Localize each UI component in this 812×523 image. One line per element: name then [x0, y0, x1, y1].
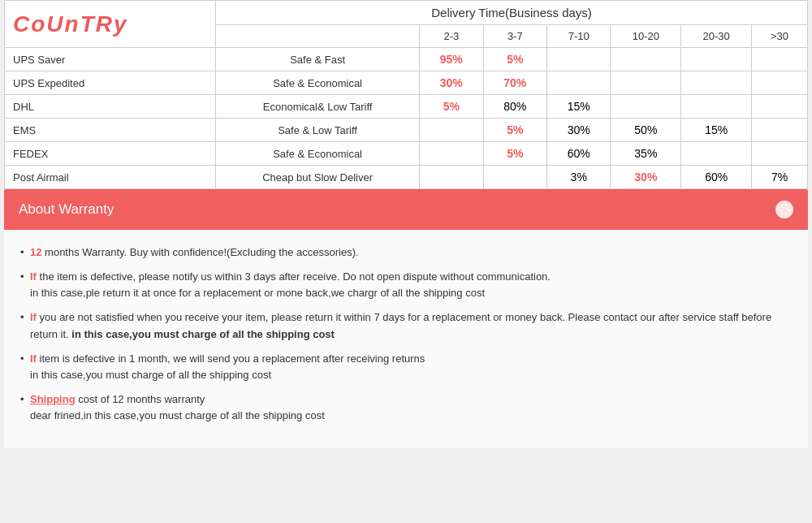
service-name: UPS Saver — [5, 48, 216, 71]
highlight-span: If — [30, 352, 37, 365]
main-container: CoUnTRy Delivery Time(Business days) 2-3… — [4, 0, 808, 448]
warranty-body: 12 months Warranty. Buy with confidence!… — [4, 230, 808, 448]
warranty-circle-icon — [775, 201, 793, 218]
cell-3: 50% — [611, 119, 681, 142]
cell-0: 95% — [420, 48, 483, 71]
highlight-span: If — [30, 270, 37, 283]
cell-4: 15% — [681, 119, 752, 142]
cell-4 — [681, 48, 752, 71]
warranty-header: About Warranty — [4, 189, 808, 230]
country-header: CoUnTRy — [5, 1, 216, 48]
cell-1: 80% — [483, 95, 546, 119]
service-name: DHL — [5, 95, 216, 119]
table-row: DHLEconomical& Low Tariff5%80%15% — [5, 95, 808, 119]
cell-0: 30% — [420, 71, 483, 95]
cell-3 — [611, 95, 681, 119]
cell-2: 3% — [547, 166, 611, 189]
bullet-text: months Warranty. Buy with confidence!(Ex… — [41, 246, 358, 258]
cell-1: 5% — [483, 119, 546, 142]
col-header->30: >30 — [752, 25, 808, 48]
warranty-bullet-3: If item is defective in 1 month, we will… — [20, 351, 792, 383]
col-header-2-3: 2-3 — [420, 25, 483, 48]
cell-2 — [547, 48, 611, 71]
bullet-text: cost of 12 months warranty — [76, 393, 205, 405]
warranty-list: 12 months Warranty. Buy with confidence!… — [20, 244, 792, 424]
warranty-bullet-2: If you are not satisfied when you receiv… — [20, 309, 792, 342]
service-description: Economical& Low Tariff — [216, 95, 420, 119]
bullet-text: item is defective in 1 month, we will se… — [37, 352, 425, 365]
warranty-bullet-0: 12 months Warranty. Buy with confidence!… — [20, 244, 792, 261]
delivery-time-header: Delivery Time(Business days) — [216, 1, 808, 25]
cell-1: 70% — [483, 71, 546, 95]
cell-4: 60% — [681, 166, 752, 189]
table-row: Post AirmailCheap but Slow Deliver3%30%6… — [5, 166, 808, 189]
cell-1: 5% — [483, 142, 546, 166]
table-row: UPS ExpeditedSafe & Economical30%70% — [5, 71, 808, 95]
cell-0 — [420, 142, 483, 166]
cell-2: 15% — [547, 95, 611, 119]
cell-0 — [420, 166, 483, 189]
cell-5 — [752, 95, 808, 119]
table-row: EMSSafe & Low Tariff5%30%50%15% — [5, 119, 808, 142]
service-description: Safe & Low Tariff — [216, 119, 420, 142]
cell-0 — [420, 119, 483, 142]
col-header-20-30: 20-30 — [681, 25, 752, 48]
warranty-bullet-1: If the item is defective, please notify … — [20, 269, 792, 301]
cell-5 — [752, 48, 808, 71]
cell-0: 5% — [420, 95, 483, 119]
cell-4 — [681, 95, 752, 119]
cell-5 — [752, 142, 808, 166]
col-desc-header — [216, 25, 420, 48]
table-row: FEDEXSafe & Economical5%60%35% — [5, 142, 808, 166]
service-description: Safe & Fast — [216, 48, 420, 71]
cell-3: 30% — [611, 166, 681, 189]
cell-3 — [611, 48, 681, 71]
cell-2: 30% — [547, 119, 611, 142]
service-name: Post Airmail — [5, 166, 216, 189]
table-row: UPS SaverSafe & Fast95%5% — [5, 48, 808, 71]
table-body: UPS SaverSafe & Fast95%5%UPS ExpeditedSa… — [5, 48, 808, 189]
cell-5 — [752, 71, 808, 95]
service-name: UPS Expedited — [5, 71, 216, 95]
highlight-span: 12 — [30, 246, 41, 258]
service-name: FEDEX — [5, 142, 216, 166]
bold-text: in this case,you must charge of all the … — [71, 328, 335, 340]
warranty-section: About Warranty 12 months Warranty. Buy w… — [4, 189, 808, 448]
service-description: Cheap but Slow Deliver — [216, 166, 420, 189]
extra-text: in this case,ple return it at once for a… — [30, 287, 485, 299]
highlight-span: Shipping — [30, 393, 76, 405]
col-header-10-20: 10-20 — [611, 25, 681, 48]
cell-4 — [681, 71, 752, 95]
warranty-bullet-4: Shipping cost of 12 months warrantydear … — [20, 391, 792, 424]
cell-3: 35% — [611, 142, 681, 166]
service-name: EMS — [5, 119, 216, 142]
cell-3 — [611, 71, 681, 95]
service-description: Safe & Economical — [216, 142, 420, 166]
col-header-3-7: 3-7 — [483, 25, 546, 48]
cell-5: 7% — [752, 166, 808, 189]
col-header-7-10: 7-10 — [547, 25, 611, 48]
highlight-span: If — [30, 311, 37, 323]
service-description: Safe & Economical — [216, 71, 420, 95]
delivery-table: CoUnTRy Delivery Time(Business days) 2-3… — [4, 0, 808, 189]
cell-4 — [681, 142, 752, 166]
bullet-text: the item is defective, please notify us … — [37, 270, 551, 283]
cell-5 — [752, 119, 808, 142]
cell-2 — [547, 71, 611, 95]
cell-1 — [483, 166, 546, 189]
extra-text: in this case,you must charge of all the … — [30, 369, 271, 381]
cell-2: 60% — [547, 142, 611, 166]
warranty-title: About Warranty — [19, 201, 114, 218]
extra-text: dear frined,in this case,you must charge… — [30, 409, 325, 421]
cell-1: 5% — [483, 48, 546, 71]
country-label: CoUnTRy — [13, 11, 128, 37]
